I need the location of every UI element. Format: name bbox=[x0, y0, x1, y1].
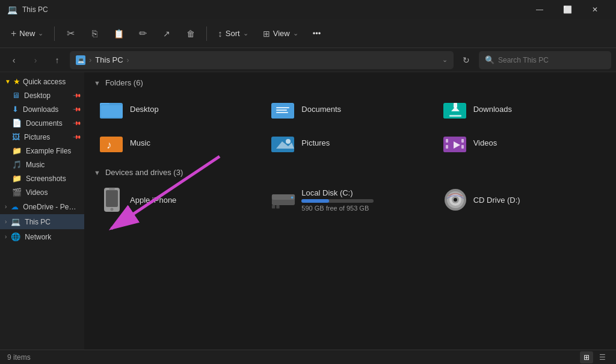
sidebar-documents-label: Documents bbox=[26, 119, 63, 128]
folder-item-downloads[interactable]: Downloads bbox=[437, 93, 606, 125]
music-folder-name: Music bbox=[130, 138, 150, 147]
drive-item-iphone[interactable]: Apple iPhone bbox=[94, 183, 263, 217]
address-dropdown-icon[interactable]: ⌄ bbox=[442, 56, 448, 64]
copy-button[interactable]: ⎘ bbox=[84, 23, 105, 45]
svg-rect-3 bbox=[101, 105, 123, 117]
folder-item-videos[interactable]: Videos bbox=[437, 127, 606, 158]
cut-button[interactable]: ✂ bbox=[60, 23, 81, 45]
iphone-drive-info: Apple iPhone bbox=[130, 196, 176, 205]
sidebar-item-music[interactable]: 🎵 Music bbox=[0, 158, 84, 171]
sidebar-item-onedrive[interactable]: › ☁ OneDrive - Personal bbox=[0, 199, 84, 214]
share-button[interactable]: ↗ bbox=[156, 23, 177, 45]
view-chevron-icon: ⌄ bbox=[293, 29, 298, 37]
folder-item-documents[interactable]: Documents bbox=[265, 93, 434, 125]
downloads-folder-icon bbox=[443, 98, 467, 120]
devices-section-header[interactable]: ▼ Devices and drives (3) bbox=[94, 168, 606, 177]
breadcrumb-separator: › bbox=[89, 55, 91, 64]
new-label: New bbox=[19, 29, 35, 38]
sidebar-desktop-label: Desktop bbox=[24, 91, 51, 100]
iphone-drive-icon bbox=[100, 188, 124, 212]
music-folder-icon: ♪ bbox=[100, 132, 124, 153]
sort-icon: ↕ bbox=[218, 28, 223, 39]
more-button[interactable]: ••• bbox=[307, 26, 327, 41]
window-controls: — ⬜ ✕ bbox=[526, 0, 609, 19]
sidebar-item-example-files[interactable]: 📁 Example Files bbox=[0, 144, 84, 158]
sort-button[interactable]: ↕ Sort ⌄ bbox=[212, 25, 254, 42]
svg-rect-35 bbox=[277, 205, 280, 208]
new-chevron-icon: ⌄ bbox=[38, 29, 43, 37]
forward-button[interactable]: › bbox=[26, 51, 45, 69]
new-icon: + bbox=[11, 28, 16, 39]
sidebar-section-quick-access[interactable]: ▼ ★ Quick access bbox=[0, 75, 84, 88]
pin-icon-3: 📌 bbox=[73, 119, 82, 128]
sidebar-videos-label: Videos bbox=[26, 188, 48, 197]
svg-rect-24 bbox=[446, 145, 448, 149]
svg-rect-7 bbox=[276, 110, 287, 111]
minimize-button[interactable]: — bbox=[526, 0, 553, 19]
refresh-button[interactable]: ↻ bbox=[457, 51, 475, 69]
rename-icon: ✏ bbox=[139, 28, 147, 39]
drive-item-local-c[interactable]: Local Disk (C:) 590 GB free of 953 GB bbox=[265, 183, 434, 217]
folder-item-pictures[interactable]: Pictures bbox=[265, 127, 434, 158]
svg-rect-26 bbox=[461, 145, 464, 149]
desktop-folder-name: Desktop bbox=[130, 105, 159, 114]
back-button[interactable]: ‹ bbox=[5, 51, 23, 69]
folders-grid: Desktop Documents bbox=[94, 93, 606, 158]
documents-sidebar-icon: 📄 bbox=[12, 119, 22, 128]
cut-icon: ✂ bbox=[67, 28, 75, 39]
view-icon: ⊞ bbox=[263, 29, 270, 39]
window-title: This PC bbox=[22, 5, 48, 14]
folders-section-header[interactable]: ▼ Folders (6) bbox=[94, 78, 606, 87]
desktop-icon: 🖥 bbox=[12, 91, 20, 100]
pictures-folder-name: Pictures bbox=[301, 138, 330, 147]
quick-access-expand-icon: ▼ bbox=[5, 78, 11, 85]
sidebar-item-videos[interactable]: 🎬 Videos bbox=[0, 185, 84, 199]
folder-item-music[interactable]: ♪ Music bbox=[94, 127, 263, 158]
close-button[interactable]: ✕ bbox=[581, 0, 609, 19]
restore-button[interactable]: ⬜ bbox=[553, 0, 581, 19]
search-placeholder: Search This PC bbox=[498, 56, 549, 64]
documents-folder-name: Documents bbox=[301, 105, 341, 114]
drive-item-cd[interactable]: CD Drive (D:) bbox=[437, 183, 606, 217]
rename-button[interactable]: ✏ bbox=[132, 23, 153, 45]
sidebar-music-label: Music bbox=[26, 161, 45, 169]
devices-chevron-icon: ▼ bbox=[94, 169, 100, 176]
toolbar-separator-2 bbox=[206, 26, 207, 41]
svg-point-20 bbox=[286, 139, 291, 144]
main-layout: ▼ ★ Quick access 🖥 Desktop 📌 ⬇ Downloads… bbox=[0, 72, 616, 350]
toolbar-separator bbox=[54, 26, 55, 41]
search-box[interactable]: 🔍 Search This PC bbox=[479, 51, 611, 69]
sidebar-item-desktop[interactable]: 🖥 Desktop 📌 bbox=[0, 88, 84, 102]
onedrive-icon: ☁ bbox=[11, 202, 19, 211]
svg-rect-6 bbox=[276, 107, 289, 108]
cd-drive-icon bbox=[443, 188, 467, 212]
sidebar-item-this-pc[interactable]: › 💻 This PC bbox=[0, 214, 84, 229]
toolbar: + New ⌄ ✂ ⎘ 📋 ✏ ↗ 🗑 ↕ Sort ⌄ ⊞ bbox=[0, 19, 616, 48]
sidebar-item-documents[interactable]: 📄 Documents 📌 bbox=[0, 116, 84, 130]
breadcrumb-this-pc: This PC bbox=[95, 55, 123, 64]
sidebar-item-downloads[interactable]: ⬇ Downloads 📌 bbox=[0, 102, 84, 116]
sidebar-item-screenshots[interactable]: 📁 Screenshots bbox=[0, 171, 84, 185]
view-label: View bbox=[273, 29, 290, 38]
sidebar-item-network[interactable]: › 🌐 Network bbox=[0, 229, 84, 244]
grid-view-toggle[interactable]: ⊞ bbox=[580, 351, 593, 363]
status-bar: 9 items ⊞ ☰ bbox=[0, 350, 616, 364]
delete-icon: 🗑 bbox=[186, 29, 195, 39]
list-view-toggle[interactable]: ☰ bbox=[596, 351, 609, 363]
up-button[interactable]: ↑ bbox=[48, 51, 66, 69]
folders-chevron-icon: ▼ bbox=[94, 79, 100, 87]
delete-button[interactable]: 🗑 bbox=[180, 23, 202, 45]
address-bar[interactable]: 💻 › This PC › ⌄ bbox=[70, 51, 454, 69]
new-button[interactable]: + New ⌄ bbox=[5, 25, 49, 42]
sidebar-screenshots-label: Screenshots bbox=[26, 174, 66, 183]
svg-text:♪: ♪ bbox=[106, 139, 112, 151]
paste-button[interactable]: 📋 bbox=[108, 23, 129, 45]
view-button[interactable]: ⊞ View ⌄ bbox=[257, 26, 304, 42]
sidebar-item-pictures[interactable]: 🖼 Pictures 📌 bbox=[0, 130, 84, 144]
svg-point-36 bbox=[291, 197, 294, 199]
drive-bar-container bbox=[301, 199, 374, 203]
example-files-icon: 📁 bbox=[12, 146, 22, 155]
folder-item-desktop[interactable]: Desktop bbox=[94, 93, 263, 125]
music-sidebar-icon: 🎵 bbox=[12, 160, 22, 169]
videos-folder-icon bbox=[443, 132, 467, 153]
